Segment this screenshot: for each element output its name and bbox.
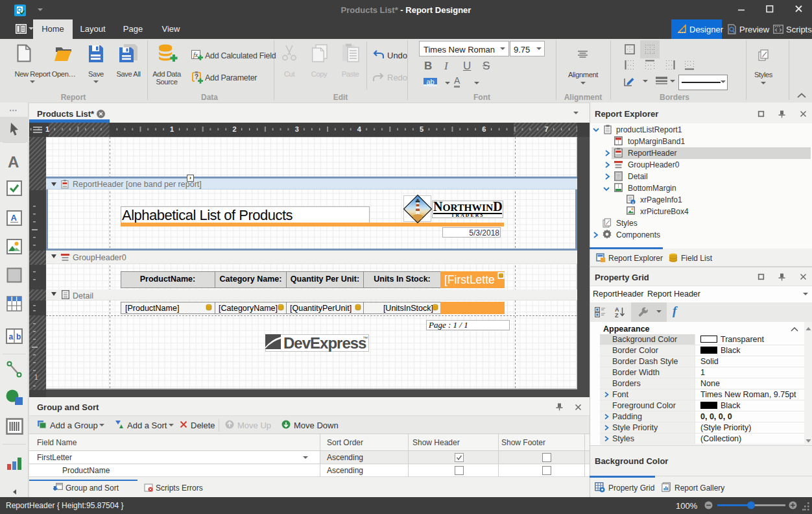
svg-text:2: 2 [232,125,236,133]
svg-text:1: 1 [34,374,38,381]
svg-text:6: 6 [482,125,486,133]
svg-text:4: 4 [357,125,362,133]
svg-text:5: 5 [420,125,424,133]
svg-text:a: a [9,332,14,341]
svg-text:i: i [632,200,634,204]
svg-text:?: ? [195,73,198,80]
svg-text:b: b [16,332,21,341]
svg-text:Z: Z [615,312,619,318]
svg-text:1: 1 [45,125,49,133]
svg-text:3: 3 [295,125,299,133]
svg-text:7: 7 [544,125,548,133]
svg-text:fx: fx [193,51,198,58]
svg-text:A: A [11,213,18,223]
svg-text:1: 1 [170,125,174,133]
